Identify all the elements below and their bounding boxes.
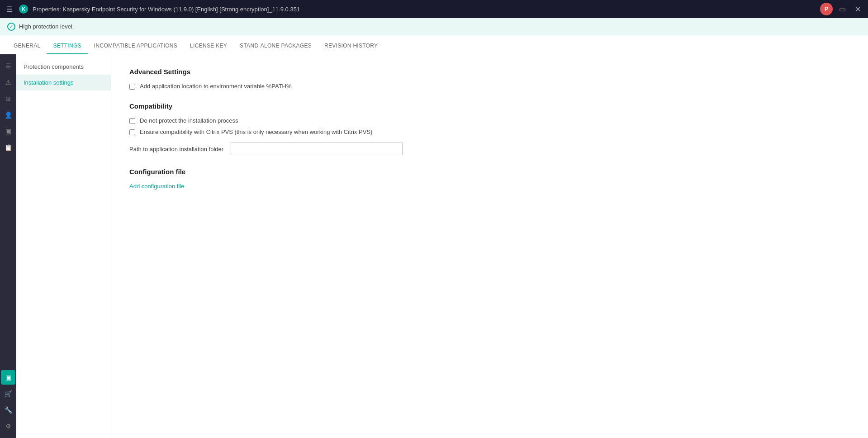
sidebar-item-protection[interactable]: Protection components	[16, 59, 111, 75]
status-bar: ✓ High protection level.	[0, 18, 868, 35]
nav-dashboard-icon[interactable]: ⊞	[1, 91, 15, 106]
close-button[interactable]: ✕	[852, 4, 863, 14]
title-bar: ☰ K Properties: Kaspersky Endpoint Secur…	[0, 0, 868, 18]
tab-general[interactable]: GENERAL	[7, 38, 47, 54]
nav-reports-icon[interactable]: 📋	[1, 140, 15, 155]
compatibility-title: Compatibility	[129, 102, 850, 110]
citrix-pvs-label[interactable]: Ensure compatibility with Citrix PVS (th…	[140, 129, 372, 135]
path-field-input[interactable]	[231, 143, 403, 155]
path-field-row: Path to application installation folder	[129, 143, 850, 155]
nav-active-icon[interactable]: ▣	[1, 370, 15, 385]
add-configuration-file-button[interactable]: Add configuration file	[129, 183, 184, 190]
window-controls: P ▭ ✕	[820, 3, 863, 15]
add-path-checkbox[interactable]	[129, 84, 135, 90]
sidebar-item-installation[interactable]: Installation settings	[16, 75, 111, 90]
tab-settings[interactable]: SETTINGS	[47, 38, 87, 54]
configuration-title: Configuration file	[129, 168, 850, 176]
configuration-section: Configuration file Add configuration fil…	[129, 168, 850, 190]
tab-standalone[interactable]: STAND-ALONE PACKAGES	[233, 38, 318, 54]
main-area: ☰ ⚠ ⊞ 👤 ▣ 📋 ▣ 🛒 🔧 ⚙ Protection component…	[0, 54, 868, 438]
settings-sidebar: Protection components Installation setti…	[16, 54, 111, 438]
advanced-settings-title: Advanced Settings	[129, 68, 850, 76]
hamburger-icon[interactable]: ☰	[5, 3, 14, 15]
nav-users-icon[interactable]: 👤	[1, 108, 15, 122]
citrix-pvs-row: Ensure compatibility with Citrix PVS (th…	[129, 129, 850, 135]
citrix-pvs-checkbox[interactable]	[129, 129, 135, 135]
no-protect-row: Do not protect the installation process	[129, 117, 850, 124]
add-path-row: Add application location to environment …	[129, 83, 850, 90]
tabs-bar: GENERAL SETTINGS INCOMPATIBLE APPLICATIO…	[0, 35, 868, 54]
compatibility-section: Compatibility Do not protect the install…	[129, 102, 850, 155]
status-text: High protection level.	[19, 23, 74, 30]
tab-revision[interactable]: REVISION HISTORY	[318, 38, 384, 54]
path-field-label: Path to application installation folder	[129, 146, 223, 152]
nav-devices-icon[interactable]: ▣	[1, 124, 15, 138]
no-protect-checkbox[interactable]	[129, 118, 135, 124]
nav-cart-icon[interactable]: 🛒	[1, 386, 15, 401]
nav-wrench-icon[interactable]: 🔧	[1, 403, 15, 417]
content-panel: Advanced Settings Add application locati…	[111, 54, 868, 438]
tab-licensekey[interactable]: LICENSE KEY	[184, 38, 233, 54]
add-path-label[interactable]: Add application location to environment …	[140, 83, 292, 90]
nav-settings-icon[interactable]: ⚙	[1, 419, 15, 433]
tab-incompatible[interactable]: INCOMPATIBLE APPLICATIONS	[88, 38, 184, 54]
user-avatar[interactable]: P	[820, 3, 833, 15]
left-navigation: ☰ ⚠ ⊞ 👤 ▣ 📋 ▣ 🛒 🔧 ⚙	[0, 54, 16, 438]
status-icon: ✓	[7, 23, 15, 31]
minimize-button[interactable]: ▭	[836, 4, 849, 14]
nav-menu-icon[interactable]: ☰	[1, 59, 15, 73]
app-icon: K	[19, 5, 28, 14]
window-title: Properties: Kaspersky Endpoint Security …	[33, 6, 816, 13]
nav-warning-icon[interactable]: ⚠	[1, 75, 15, 90]
no-protect-label[interactable]: Do not protect the installation process	[140, 117, 238, 124]
